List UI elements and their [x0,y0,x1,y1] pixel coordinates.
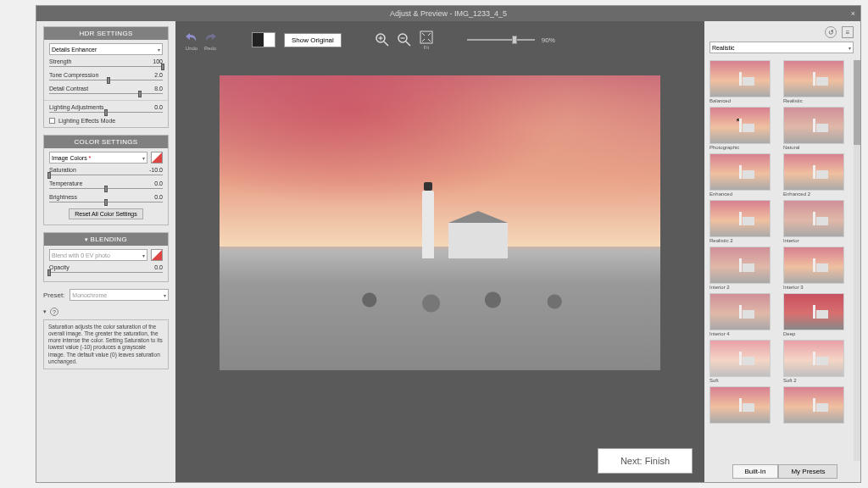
reset-view-icon[interactable]: ↺ [825,26,837,38]
help-icon: ? [50,308,58,316]
preset-thumbnail[interactable] [709,293,771,330]
preset-item: Balanced [709,60,778,105]
list-view-icon[interactable]: ≡ [842,26,854,38]
preset-item: Soft [709,340,778,385]
preset-item: Enhanced 2 [783,153,852,198]
slider-thumb[interactable] [138,91,142,97]
zoom-in-icon[interactable] [376,33,389,47]
lighting-effects-checkbox[interactable]: Lighting Effects Mode [49,118,163,124]
presets-scrollbar[interactable] [854,60,860,461]
slider-thumb[interactable] [104,199,108,206]
help-toggle[interactable]: ▾ ? [43,308,169,316]
redo-icon[interactable] [203,30,218,45]
slider-label: Brightness [49,194,77,200]
cursor-icon: ↖ [736,116,743,125]
slider-thumb[interactable] [512,36,517,44]
hdr-slider-2[interactable] [49,92,163,97]
fit-icon[interactable] [420,30,433,44]
hdr-settings-section: HDR SETTINGS Details Enhancer ▾ Strength… [43,26,169,128]
undo-icon[interactable] [184,30,199,45]
preset-thumbnail[interactable] [709,60,771,97]
preset-thumbnail[interactable] [783,247,844,284]
hdr-method-value: Details Enhancer [52,47,97,53]
chevron-down-icon: ▾ [849,45,851,51]
preset-thumbnail[interactable] [783,340,844,377]
slider-thumb[interactable] [104,186,108,192]
preset-thumbnail[interactable] [783,386,844,424]
opacity-value: 0.0 [154,264,163,270]
hdr-slider-1[interactable] [49,78,163,83]
slider-thumb[interactable] [47,269,51,276]
blending-source-dropdown[interactable]: Blend with 0 EV photo ▾ [49,249,147,261]
preset-thumbnail[interactable] [783,60,844,97]
compare-split-icon[interactable] [252,32,275,47]
zoom-out-icon[interactable] [398,33,411,47]
preset-thumbnail[interactable] [783,153,844,191]
color-slider-0[interactable] [49,173,163,178]
preset-thumbnail[interactable] [709,386,771,424]
preset-thumbnail[interactable] [783,200,844,237]
preset-value: Monochrome [72,292,107,298]
preset-thumbnail[interactable] [783,107,844,144]
color-mode-dropdown[interactable]: Image Colors * ▾ [49,152,147,164]
blending-header[interactable]: ▾ BLENDING [44,233,168,246]
preset-label: Interior 3 [783,285,852,290]
color-settings-section: COLOR SETTINGS Image Colors * ▾ Saturati… [43,135,169,225]
preset-dropdown[interactable]: Monochrome ▾ [70,289,169,301]
hdr-slider-0[interactable] [49,64,163,69]
hdr-settings-header: HDR SETTINGS [44,27,168,40]
left-settings-panel: HDR SETTINGS Details Enhancer ▾ Strength… [36,21,175,482]
slider-value: 0.0 [154,180,163,186]
lighting-label: Lighting Adjustments [49,104,104,110]
preview-area: Next: Finish [175,58,704,482]
slider-thumb[interactable] [47,172,51,179]
preview-toolbar: Undo Redo Show Original [175,21,704,58]
preset-item: ↖Photographic [709,107,778,152]
help-text: Saturation adjusts the color saturation … [43,319,169,369]
tab-mypresets[interactable]: My Presets [778,464,837,479]
preset-thumbnail[interactable] [709,247,771,284]
close-icon[interactable]: × [851,6,855,21]
slider-thumb[interactable] [104,109,108,116]
slider-label: Saturation [49,167,76,173]
preset-thumbnail[interactable]: ↖ [709,107,771,144]
preset-item: Interior 4 [709,293,778,338]
color-slider-1[interactable] [49,186,163,191]
svg-line-1 [384,42,388,46]
preset-item: Natural [783,107,852,152]
tab-builtin[interactable]: Built-In [732,464,779,479]
chevron-down-icon: ▾ [142,252,145,258]
preset-item: Soft 2 [783,340,852,385]
slider-value: 0.0 [154,194,163,200]
preset-item: Interior 3 [783,247,852,291]
preset-item: Realistic 2 [709,200,778,245]
hdr-method-dropdown[interactable]: Details Enhancer ▾ [49,43,163,55]
preset-item: Interior 2 [709,247,778,291]
slider-thumb[interactable] [107,77,110,84]
presets-panel: ↺ ≡ Realistic ▾ BalancedRealistic↖Photog… [704,21,860,482]
preset-thumbnail[interactable] [783,293,844,330]
next-finish-button[interactable]: Next: Finish [598,448,693,474]
zoom-value: 90% [542,36,555,44]
app-window: Adjust & Preview - IMG_1233_4_5 × HDR SE… [36,5,861,483]
lighting-slider[interactable] [49,110,163,115]
color-swatch-icon[interactable] [151,152,163,164]
preset-thumbnail[interactable] [709,200,771,237]
scrollbar-thumb[interactable] [854,60,860,145]
preset-category-dropdown[interactable]: Realistic ▾ [709,42,854,53]
zoom-slider[interactable] [467,39,535,41]
preset-item: Deep [783,293,852,338]
preview-image[interactable] [220,75,660,370]
slider-value: 8.0 [154,86,163,92]
fit-label: Fit [423,45,429,50]
slider-thumb[interactable] [161,64,164,70]
blend-swatch-icon[interactable] [151,249,163,261]
opacity-slider[interactable] [49,270,163,275]
color-slider-2[interactable] [49,200,163,205]
show-original-button[interactable]: Show Original [284,33,342,47]
reset-color-button[interactable]: Reset All Color Settings [69,208,143,219]
slider-value: -10.0 [149,167,163,173]
preset-label: Deep [783,331,852,336]
preset-thumbnail[interactable] [709,340,771,377]
preset-thumbnail[interactable] [709,153,771,191]
